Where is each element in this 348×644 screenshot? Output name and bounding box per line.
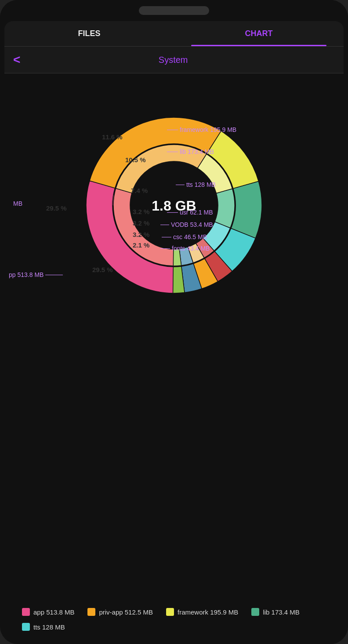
back-button[interactable]: < bbox=[13, 53, 20, 67]
legend-color-lib bbox=[251, 608, 259, 616]
svg-text:1.8 GB: 1.8 GB bbox=[152, 198, 196, 214]
tab-chart[interactable]: CHART bbox=[174, 21, 344, 46]
legend-color-framework bbox=[166, 608, 174, 616]
legend-item-privapp: priv-app 512.5 MB bbox=[87, 608, 153, 616]
label-pp: pp 513.8 MB bbox=[9, 271, 63, 278]
legend-label-tts: tts 128 MB bbox=[33, 623, 65, 631]
legend-color-app bbox=[22, 608, 30, 616]
chart-area: 1.8 GB 1.8 GB framework 195.9 MB lib 173… bbox=[4, 73, 344, 595]
legend-item-lib: lib 173.4 MB bbox=[251, 608, 299, 616]
nav-bar: < System bbox=[4, 47, 344, 73]
tab-bar: FILES CHART bbox=[4, 21, 344, 47]
real-donut-svg: 1.8 GB bbox=[64, 95, 284, 315]
legend-item-tts: tts 128 MB bbox=[22, 623, 65, 631]
legend-color-tts bbox=[22, 623, 30, 631]
legend-label-app: app 513.8 MB bbox=[33, 608, 74, 616]
pct-privapp: 29.5 % bbox=[46, 204, 67, 212]
label-privapp-mb: MB bbox=[13, 200, 22, 207]
status-bar bbox=[0, 0, 348, 21]
legend-label-lib: lib 173.4 MB bbox=[263, 608, 299, 616]
legend-item-framework: framework 195.9 MB bbox=[166, 608, 238, 616]
legend-label-privapp: priv-app 512.5 MB bbox=[99, 608, 153, 616]
notch bbox=[139, 6, 209, 15]
legend: app 513.8 MB priv-app 512.5 MB framework… bbox=[4, 595, 344, 644]
app-container: FILES CHART < System bbox=[4, 21, 344, 644]
legend-color-privapp bbox=[87, 608, 95, 616]
donut-chart: 1.8 GB 1.8 GB bbox=[64, 95, 284, 315]
legend-label-framework: framework 195.9 MB bbox=[178, 608, 238, 616]
nav-title: System bbox=[29, 55, 317, 65]
phone-frame: FILES CHART < System bbox=[0, 0, 348, 644]
legend-item-app: app 513.8 MB bbox=[22, 608, 74, 616]
tab-files[interactable]: FILES bbox=[4, 21, 174, 46]
